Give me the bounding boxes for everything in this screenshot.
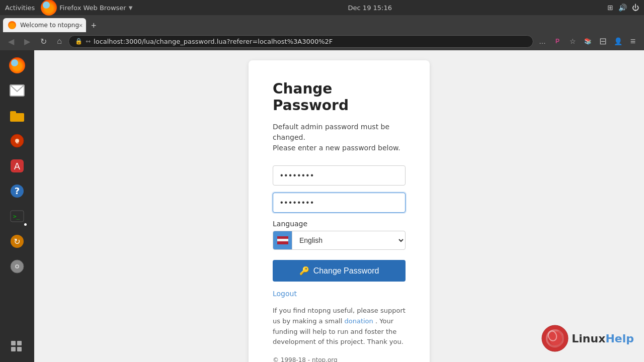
language-selector[interactable]: English Italian French German Spanish Po…	[273, 231, 406, 250]
sidebar-media-icon[interactable]: ♫	[6, 130, 28, 152]
firefox-logo-top	[41, 0, 57, 16]
svg-text:A: A	[14, 161, 21, 171]
new-password-input[interactable]	[273, 193, 406, 213]
sidebar-toggle-button[interactable]: ⊟	[596, 34, 610, 48]
bookmark-star-button[interactable]: ☆	[566, 34, 580, 48]
tab-title: Welcome to ntopng	[20, 22, 79, 29]
bookmarks-library-button[interactable]: 📚	[581, 34, 595, 48]
svg-rect-20	[17, 347, 22, 351]
lock-icon: 🔒	[75, 38, 83, 45]
svg-text:↻: ↻	[14, 237, 20, 246]
top-bar-datetime: Dec 19 15:16	[348, 4, 392, 12]
active-tab[interactable]: Welcome to ntopng ×	[3, 18, 86, 32]
url-text[interactable]: localhost:3000/lua/change_password.lua?r…	[94, 38, 527, 45]
menu-button[interactable]: ≡	[626, 34, 640, 48]
linuxhelp-watermark: LinuxHelp	[541, 325, 634, 352]
browser-label[interactable]: Firefox Web Browser	[59, 4, 126, 12]
dropdown-icon: ▼	[129, 5, 133, 11]
close-tab-button[interactable]: ×	[78, 22, 83, 29]
active-indicator	[24, 223, 27, 226]
current-password-input[interactable]	[273, 165, 406, 186]
sidebar-help-icon[interactable]: ?	[6, 180, 28, 202]
svg-rect-18	[17, 341, 22, 345]
more-button[interactable]: …	[535, 34, 549, 48]
volume-icon: 🔊	[618, 4, 627, 12]
sidebar-files-icon[interactable]	[6, 105, 28, 127]
svg-point-16	[16, 265, 18, 267]
new-tab-button[interactable]: +	[87, 19, 101, 32]
top-bar: Activities Firefox Web Browser ▼ Dec 19 …	[0, 0, 644, 15]
svg-rect-23	[277, 239, 288, 241]
home-button[interactable]: ⌂	[52, 34, 66, 48]
tab-bar: Welcome to ntopng × +	[0, 15, 644, 32]
watermark-help: Help	[605, 332, 634, 345]
sidebar-update-icon[interactable]: ↻	[6, 230, 28, 252]
activities-label[interactable]: Activities	[5, 4, 35, 12]
sidebar-appstore-icon[interactable]: A	[6, 155, 28, 177]
sidebar-firefox-icon[interactable]	[6, 54, 28, 76]
change-password-button[interactable]: 🔑 Change Password	[273, 260, 406, 282]
svg-rect-22	[277, 236, 288, 239]
sidebar-dvd-icon[interactable]	[6, 255, 28, 278]
desc-line1: Default admin password must be changed.	[273, 123, 389, 141]
language-dropdown[interactable]: English Italian French German Spanish Po…	[292, 233, 405, 248]
nav-bar: ◀ ▶ ↻ ⌂ 🔒 ↔ localhost:3000/lua/change_pa…	[0, 32, 644, 50]
firefox-app-icon	[9, 57, 25, 73]
change-password-card: Change Password Default admin password m…	[249, 60, 430, 362]
sidebar-terminal-icon[interactable]: >_	[6, 205, 28, 227]
sidebar-apps-grid-icon[interactable]	[6, 336, 28, 358]
linuxhelp-logo	[541, 325, 569, 352]
copyright-text: © 1998-18 - ntop.org ntopng is released …	[273, 355, 406, 362]
copyright-line1: © 1998-18 - ntop.org	[273, 356, 338, 362]
page-content: Change Password Default admin password m…	[34, 50, 644, 362]
reload-button[interactable]: ↻	[36, 34, 50, 48]
language-flag-icon	[273, 231, 292, 250]
sidebar: ♫ A ? >_	[0, 50, 34, 362]
logout-link[interactable]: Logout	[273, 290, 406, 298]
tracking-protection-icon: ↔	[86, 38, 91, 45]
desc-line2: Please enter a new password below.	[273, 144, 400, 152]
browser-chrome: Welcome to ntopng × + ◀ ▶ ↻ ⌂ 🔒 ↔ localh…	[0, 15, 644, 50]
card-title: Change Password	[273, 80, 406, 114]
sidebar-email-icon[interactable]	[6, 79, 28, 102]
pocket-button[interactable]: P	[550, 34, 565, 48]
support-text: If you find ntopng useful, please suppor…	[273, 306, 406, 347]
watermark-text: LinuxHelp	[572, 332, 634, 345]
address-bar[interactable]: 🔒 ↔ localhost:3000/lua/change_password.l…	[68, 35, 533, 48]
top-bar-left: Activities Firefox Web Browser ▼	[5, 0, 132, 16]
key-icon: 🔑	[299, 266, 309, 276]
forward-button[interactable]: ▶	[20, 34, 34, 48]
profile-button[interactable]: 👤	[611, 34, 625, 48]
card-description: Default admin password must be changed. …	[273, 122, 406, 153]
svg-rect-2	[10, 111, 16, 114]
svg-rect-19	[11, 347, 16, 351]
tab-favicon	[8, 21, 16, 29]
svg-rect-1	[10, 113, 24, 122]
svg-text:>_: >_	[13, 213, 20, 220]
nav-right-buttons: … P ☆ 📚 ⊟ 👤 ≡	[535, 34, 640, 48]
main-layout: ♫ A ? >_	[0, 50, 644, 362]
svg-text:♫: ♫	[15, 140, 19, 144]
watermark-linux: Linux	[572, 332, 605, 345]
svg-rect-17	[11, 341, 16, 345]
top-bar-right: ⊞ 🔊 ⏻	[607, 4, 639, 12]
network-icon: ⊞	[607, 4, 613, 12]
change-btn-label: Change Password	[313, 266, 379, 276]
svg-rect-24	[277, 241, 288, 244]
donation-link[interactable]: donation	[344, 317, 373, 325]
svg-text:?: ?	[15, 186, 20, 196]
back-button[interactable]: ◀	[4, 34, 18, 48]
language-label: Language	[273, 220, 406, 228]
power-icon: ⏻	[632, 4, 639, 12]
